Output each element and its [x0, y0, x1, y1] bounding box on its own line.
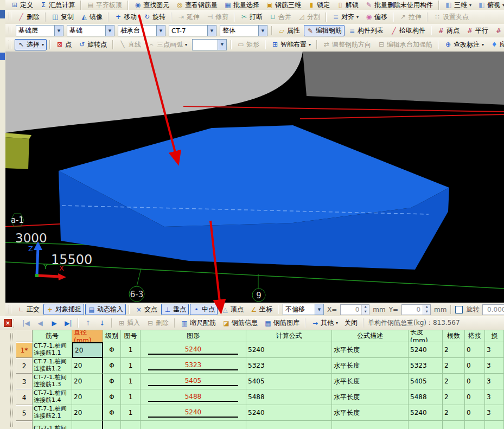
formula-desc-cell[interactable]: 水平长度 [332, 358, 409, 374]
view-top-mode-button[interactable]: ◧俯视▾ [475, 0, 504, 10]
shape-cell[interactable] [141, 421, 246, 429]
rebar-id-cell[interactable]: CT-7-1.桩间连接筋1.4 [33, 389, 72, 405]
table-row[interactable]: 5CT-7-1.桩间连接筋2.120Φ152405240水平长度5240203 [16, 405, 504, 421]
column-header-3[interactable]: 级别 [103, 330, 121, 342]
delete-button[interactable]: ╱删除 [15, 11, 42, 23]
figure-no-cell[interactable] [121, 421, 141, 429]
rebar-gallery-button[interactable]: ▦钢筋图库 [261, 317, 302, 329]
move-row-down-button[interactable]: ↓ [95, 319, 109, 328]
view-3d-mode-button[interactable]: ◧三维▾ [442, 0, 474, 10]
row-number-cell[interactable]: 5 [16, 405, 33, 421]
point-place-button[interactable]: ⊠点 [53, 39, 74, 50]
lap-cell[interactable]: 0 [465, 389, 485, 405]
formula-desc-cell[interactable]: 水平长度 [332, 389, 409, 405]
column-header-5[interactable]: 图形 [141, 330, 246, 342]
perpendicular-snap-toggle[interactable]: ⊥垂点 [161, 304, 189, 315]
ortho-toggle[interactable]: ∟正交 [15, 304, 42, 315]
arc-method-combo-dropdown-icon[interactable]: ▼ [218, 40, 226, 50]
rebar-id-cell[interactable]: CT-7-1.桩间连接筋1.1 [33, 342, 72, 358]
table-row[interactable]: 4CT-7-1.桩间连接筋1.420Φ154885488水平长度5488203 [16, 389, 504, 405]
length-cell[interactable]: 5488 [409, 389, 443, 405]
rebar-id-cell[interactable]: CT-7-1.桩间 [33, 421, 72, 429]
floor-combo-dropdown-icon[interactable]: ▼ [54, 25, 63, 36]
formula-cell[interactable]: 5240 [246, 342, 332, 358]
loss-cell[interactable]: 3 [485, 358, 504, 374]
count-cell[interactable] [443, 421, 465, 429]
define-button[interactable]: ⊞定义 [8, 0, 36, 10]
next-row-button[interactable]: ▶ [48, 319, 61, 328]
offset-button[interactable]: ◉偏移 [362, 11, 390, 23]
lap-cell[interactable] [465, 421, 485, 429]
properties-button[interactable]: ▱属性 [275, 25, 303, 36]
apply-to-same-name-button[interactable]: ♦应用到同名承 [488, 39, 504, 50]
loss-cell[interactable]: 3 [485, 374, 504, 389]
pick-component-button[interactable]: ╱拾取构件 [387, 25, 428, 36]
length-cell[interactable]: 5240 [409, 405, 443, 421]
column-header-11[interactable]: 损 [485, 330, 504, 342]
column-header-2[interactable]: 直径(mm) [72, 330, 103, 342]
formula-cell[interactable] [246, 421, 332, 429]
formula-desc-cell[interactable] [332, 421, 409, 429]
rebar-id-cell[interactable]: CT-7-1.桩间连接筋2.1 [33, 405, 72, 421]
lock-button[interactable]: ▮锁定 [305, 0, 333, 10]
formula-desc-cell[interactable]: 水平长度 [332, 374, 409, 389]
grade-cell[interactable]: Φ [103, 358, 121, 374]
count-cell[interactable]: 2 [443, 389, 465, 405]
table-row[interactable]: 1*CT-7-1.桩间连接筋1.120Φ152405240水平长度5240203 [16, 342, 504, 358]
shape-cell[interactable]: 5240 [141, 342, 246, 358]
column-header-1[interactable]: 筋号 [33, 330, 72, 342]
lap-cell[interactable]: 0 [465, 405, 485, 421]
lap-cell[interactable]: 0 [465, 342, 485, 358]
loss-cell[interactable]: 3 [485, 405, 504, 421]
two-point-axis-button[interactable]: #两点 [435, 25, 462, 36]
unlock-button[interactable]: ▯解锁 [334, 0, 361, 10]
length-cell[interactable]: 5240 [409, 342, 443, 358]
shape-cell[interactable]: 5323 [141, 358, 246, 374]
batch-select-button[interactable]: ▦批量选择 [221, 0, 262, 10]
lap-cell[interactable]: 0 [465, 358, 485, 374]
column-header-10[interactable]: 搭接 [465, 330, 485, 342]
component-list-button[interactable]: ≡构件列表 [346, 25, 386, 36]
table-row[interactable]: CT-7-1.桩间 [16, 421, 504, 429]
midpoint-snap-toggle[interactable]: •中点 [190, 304, 218, 315]
figure-no-cell[interactable]: 1 [121, 405, 141, 421]
toolbar-grip[interactable] [9, 12, 11, 21]
formula-cell[interactable]: 5405 [246, 374, 332, 389]
formula-cell[interactable]: 5240 [246, 405, 332, 421]
shape-cell[interactable]: 5488 [141, 389, 246, 405]
rotate-checkbox[interactable] [455, 306, 463, 313]
rebar-info-button[interactable]: ◪钢筋信息 [220, 317, 260, 329]
rotate-point-button[interactable]: ↺旋转点 [75, 39, 110, 50]
mirror-button[interactable]: ◭镜像 [78, 11, 105, 23]
x-offset-spinner-updown-icon[interactable]: ▲▼ [361, 305, 369, 315]
column-header-7[interactable]: 公式描述 [332, 330, 409, 342]
display-scope-combo[interactable]: 整体▼ [220, 25, 267, 36]
table-row[interactable]: 2CT-7-1.桩间连接筋1.220Φ153235323水平长度5323203 [16, 358, 504, 374]
close-table-button[interactable]: 关闭 [342, 317, 360, 329]
parallel-axis-button[interactable]: #平行 [463, 25, 491, 36]
category-combo-dropdown-icon[interactable]: ▼ [105, 25, 114, 36]
formula-cell[interactable]: 5488 [246, 389, 332, 405]
scaled-rebar-button[interactable]: ▥缩尺配筋 [178, 317, 219, 329]
rotate-angle-spinner[interactable]: 0.000▲▼ [482, 304, 504, 315]
figure-no-cell[interactable]: 1 [121, 389, 141, 405]
offset-mode-combo[interactable]: 不偏移▼ [283, 304, 324, 315]
floor-combo[interactable]: 基础层▼ [16, 25, 63, 36]
last-row-button[interactable]: ▶| [62, 319, 75, 328]
viewport-3d[interactable]: a-1 3000 15500 6-3 9 Z X Y [5, 52, 504, 303]
toolbar-grip[interactable] [9, 40, 11, 49]
diameter-cell[interactable] [72, 421, 103, 429]
element-type-combo-dropdown-icon[interactable]: ▼ [156, 25, 165, 36]
formula-desc-cell[interactable]: 水平长度 [332, 405, 409, 421]
rebar-id-cell[interactable]: CT-7-1.桩间连接筋1.3 [33, 374, 72, 389]
shape-cell[interactable]: 5405 [141, 374, 246, 389]
y-offset-spinner[interactable]: 0▲▼ [401, 304, 431, 315]
lap-cell[interactable]: 0 [465, 374, 485, 389]
arc-method-combo[interactable]: ▼ [192, 39, 227, 50]
edit-rebar-button[interactable]: ✎编辑钢筋 [304, 25, 344, 36]
diameter-cell[interactable]: 20 [72, 342, 103, 358]
loss-cell[interactable] [485, 421, 504, 429]
offset-mode-combo-dropdown-icon[interactable]: ▼ [315, 304, 323, 315]
close-panel-button[interactable]: × [4, 319, 12, 327]
view-rebar-quantity-button[interactable]: ◎查看钢筋量 [173, 0, 220, 10]
